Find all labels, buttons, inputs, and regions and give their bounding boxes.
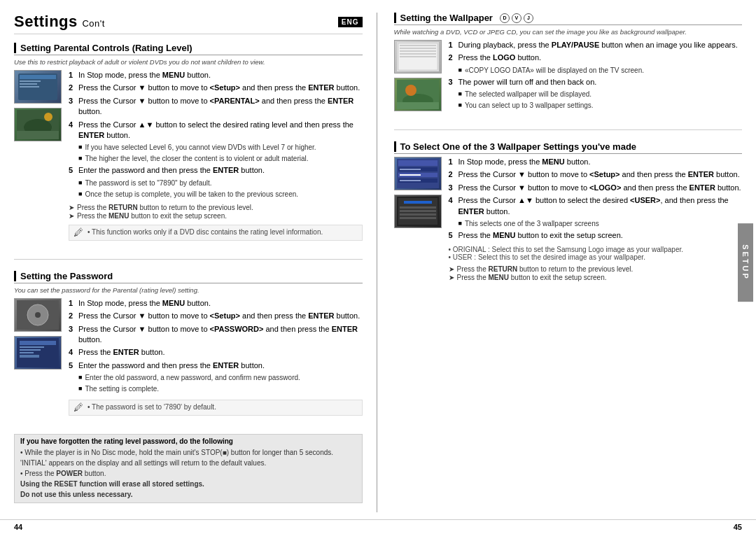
svg-point-27 bbox=[405, 85, 416, 96]
page-num-right: 45 bbox=[734, 523, 742, 531]
arrow-1-1: ➤ Press the RETURN button to return to t… bbox=[69, 204, 363, 211]
svg-point-8 bbox=[44, 113, 52, 121]
svg-rect-1 bbox=[20, 75, 56, 79]
section3-subtitle: While watching a DVD, VCD or JPEG CD, yo… bbox=[394, 28, 743, 36]
section3-title-block: Setting the Wallpaper D V J bbox=[394, 13, 743, 25]
section3-content: 1 During playback, press the PLAY/PAUSE … bbox=[394, 40, 743, 111]
step-2-1: 1 In Stop mode, press the MENU button. bbox=[69, 298, 363, 309]
step-2-4: 4 Press the ENTER button. bbox=[69, 347, 363, 358]
svg-point-11 bbox=[35, 312, 41, 318]
eng-badge: ENG bbox=[338, 17, 363, 27]
step-2-2: 2 Press the Cursor ▼ button to move to <… bbox=[69, 311, 363, 321]
select-wallpaper-image-1 bbox=[394, 157, 442, 190]
step-2-3: 3 Press the Cursor ▼ button to move to <… bbox=[69, 324, 363, 346]
bullet-1-4-1: ■ If you have selected Level 6, you cann… bbox=[78, 143, 363, 152]
section4-steps: 1 In Stop mode, press the MENU button. 2… bbox=[449, 157, 743, 282]
bullet-2-5-1: ■ Enter the old password, a new password… bbox=[78, 373, 363, 382]
page-header: Settings Con't ENG bbox=[14, 13, 363, 34]
step-1-4: 4 Press the Cursor ▲▼ button to select t… bbox=[69, 120, 363, 141]
wallpaper-image-1 bbox=[394, 40, 442, 73]
section4-title-block: To Select One of the 3 Wallpaper Setting… bbox=[394, 141, 743, 154]
svg-rect-39 bbox=[404, 201, 432, 204]
svg-rect-22 bbox=[400, 50, 436, 52]
password-image-2 bbox=[14, 336, 62, 370]
warning-box: If you have forgotten the rating level p… bbox=[14, 434, 363, 503]
page-numbers: 44 45 bbox=[0, 519, 756, 534]
svg-rect-16 bbox=[20, 352, 34, 353]
note-1: 🖉 • This function works only if a DVD di… bbox=[69, 225, 363, 241]
step-3-3: 3 The power will turn off and then back … bbox=[449, 77, 743, 87]
section3-images bbox=[394, 40, 442, 111]
svg-rect-3 bbox=[20, 83, 37, 85]
dvd-icon: D bbox=[500, 13, 510, 23]
warning-title: If you have forgotten the rating level p… bbox=[20, 437, 356, 445]
svg-rect-7 bbox=[17, 131, 59, 139]
select-wallpaper-image-2 bbox=[394, 195, 442, 228]
section-wallpaper: Setting the Wallpaper D V J While watchi… bbox=[394, 13, 743, 115]
section3-steps: 1 During playback, press the PLAY/PAUSE … bbox=[449, 40, 743, 111]
section1-content: 1 In Stop mode, press the MENU button. 2… bbox=[14, 70, 363, 241]
wallpaper-image-2 bbox=[394, 78, 442, 111]
bullet-3-3-2: ■ You can select up to 3 wallpaper setti… bbox=[458, 101, 743, 110]
section3-title: Setting the Wallpaper D V J bbox=[394, 13, 743, 23]
step-4-3: 3 Press the Cursor ▼ button to move to <… bbox=[449, 183, 743, 193]
section1-subtitle: Use this to restrict playback of adult o… bbox=[14, 58, 363, 66]
divider-2 bbox=[394, 129, 743, 130]
svg-rect-41 bbox=[400, 210, 436, 212]
section4-content: 1 In Stop mode, press the MENU button. 2… bbox=[394, 157, 743, 282]
step-3-2: 2 Press the LOGO button. bbox=[449, 52, 743, 63]
arrow-1-2: ➤ Press the MENU button to exit the setu… bbox=[69, 212, 363, 220]
jpeg-icon: J bbox=[524, 13, 533, 23]
svg-rect-28 bbox=[397, 102, 439, 109]
bullet-3-3-1: ■ The selected wallpaper will be display… bbox=[458, 90, 743, 99]
bullet-1-5-2: ■ Once the setup is complete, you will b… bbox=[78, 190, 363, 199]
parental-image-1 bbox=[14, 70, 62, 104]
left-column: Settings Con't ENG Setting Parental Cont… bbox=[14, 13, 377, 512]
svg-rect-21 bbox=[400, 48, 436, 49]
note-2: 🖉 • The password is set to '7890' by def… bbox=[69, 400, 363, 416]
format-icons: D V J bbox=[500, 13, 533, 23]
section2-subtitle: You can set the password for the Parenta… bbox=[14, 286, 363, 294]
section2-title: Setting the Password bbox=[14, 271, 363, 281]
vcd-icon: V bbox=[512, 13, 522, 23]
svg-rect-43 bbox=[400, 217, 436, 219]
section2-title-block: Setting the Password bbox=[14, 271, 363, 283]
step-1-1: 1 In Stop mode, press the MENU button. bbox=[69, 70, 363, 80]
svg-rect-15 bbox=[20, 349, 41, 351]
svg-rect-42 bbox=[400, 213, 436, 216]
bullet-1-4-2: ■ The higher the level, the closer the c… bbox=[78, 154, 363, 163]
password-image-1 bbox=[14, 298, 62, 332]
right-column: Setting the Wallpaper D V J While watchi… bbox=[391, 13, 743, 512]
section-select-wallpaper: To Select One of the 3 Wallpaper Setting… bbox=[394, 141, 743, 286]
section2-images bbox=[14, 298, 62, 416]
step-4-4: 4 Press the Cursor ▲▼ button to select t… bbox=[449, 195, 743, 217]
section1-title: Setting Parental Controls (Rating Level) bbox=[14, 43, 363, 53]
divider-1 bbox=[14, 259, 363, 260]
page-num-left: 44 bbox=[14, 523, 22, 531]
step-1-5: 5 Enter the password and then press the … bbox=[69, 165, 363, 176]
setup-tab: SETUP bbox=[738, 223, 753, 302]
page-container: Settings Con't ENG Setting Parental Cont… bbox=[0, 0, 756, 519]
step-2-5: 5 Enter the password and then press the … bbox=[69, 360, 363, 371]
main-title: Settings Con't bbox=[14, 13, 105, 31]
section2-steps: 1 In Stop mode, press the MENU button. 2… bbox=[69, 298, 363, 416]
bullet-2-5-2: ■ The setting is complete. bbox=[78, 384, 363, 393]
svg-rect-20 bbox=[400, 45, 436, 46]
svg-rect-14 bbox=[20, 346, 44, 348]
section1-title-block: Setting Parental Controls (Rating Level) bbox=[14, 43, 363, 55]
bullet-1-5-1: ■ The password is set to "7890" by defau… bbox=[78, 178, 363, 188]
step-4-1: 1 In Stop mode, press the MENU button. bbox=[449, 157, 743, 167]
svg-rect-23 bbox=[400, 53, 436, 55]
arrow-4-2: ➤ Press the MENU button to exit the setu… bbox=[449, 274, 743, 281]
section-parental-controls: Setting Parental Controls (Rating Level)… bbox=[14, 43, 363, 245]
svg-rect-4 bbox=[20, 86, 39, 87]
svg-rect-24 bbox=[400, 56, 436, 57]
section4-images bbox=[394, 157, 442, 282]
step-3-1: 1 During playback, press the PLAY/PAUSE … bbox=[449, 40, 743, 50]
notes-block: • ORIGINAL : Select this to set the Sams… bbox=[449, 246, 743, 261]
bullet-3-2-1: ■ «COPY LOGO DATA» will be displayed on … bbox=[458, 66, 743, 75]
section-password: Setting the Password You can set the pas… bbox=[14, 271, 363, 420]
arrow-4-1: ➤ Press the RETURN button to return to t… bbox=[449, 265, 743, 273]
section2-content: 1 In Stop mode, press the MENU button. 2… bbox=[14, 298, 363, 416]
section4-title: To Select One of the 3 Wallpaper Setting… bbox=[394, 141, 743, 152]
